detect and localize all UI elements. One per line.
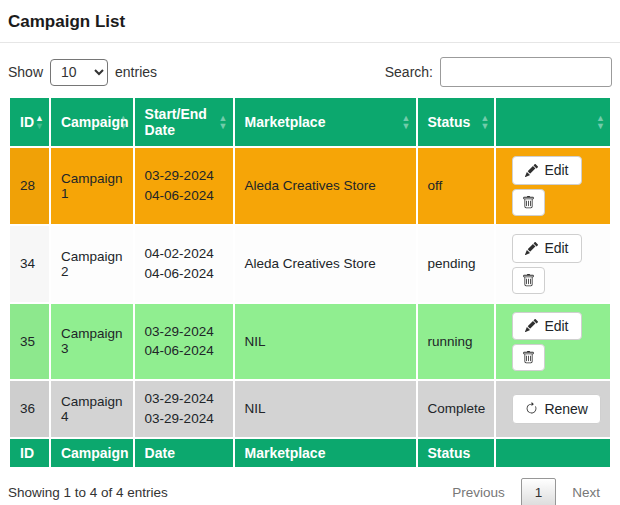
entries-label: entries	[115, 64, 157, 80]
table-row: 36 Campaign 4 03-29-2024 03-29-2024 NIL …	[9, 380, 611, 437]
page-number-button[interactable]: 1	[521, 478, 557, 505]
sort-arrows-icon: ▲▼	[480, 114, 489, 130]
cell-marketplace: NIL	[234, 380, 417, 437]
edit-button[interactable]: Edit	[512, 312, 581, 341]
pencil-icon	[525, 319, 538, 332]
search-label: Search:	[385, 64, 433, 80]
page-length-select[interactable]: 10	[50, 59, 108, 86]
table-footer-row: ID Campaign Date Marketplace Status	[9, 438, 611, 468]
cell-id: 36	[9, 380, 50, 437]
title-divider	[0, 42, 620, 43]
column-header-campaign[interactable]: Campaign ▲▼	[50, 97, 134, 147]
column-header-marketplace[interactable]: Marketplace ▲▼	[234, 97, 417, 147]
footer-header-status: Status	[417, 438, 496, 468]
trash-icon	[522, 351, 535, 364]
end-date: 04-06-2024	[145, 264, 223, 284]
cell-status: running	[417, 303, 496, 381]
cell-id: 34	[9, 225, 50, 303]
table-info-bar: Showing 1 to 4 of 4 entries Previous 1 N…	[8, 478, 612, 505]
cell-actions: Edit	[495, 303, 611, 381]
edit-button-label: Edit	[544, 240, 568, 257]
column-header-start-end-date[interactable]: Start/End Date ▲▼	[134, 97, 234, 147]
cell-marketplace: Aleda Creatives Store	[234, 225, 417, 303]
sort-arrows-icon: ▲▼	[119, 114, 128, 130]
end-date: 04-06-2024	[145, 341, 223, 361]
cell-campaign: Campaign 2	[50, 225, 134, 303]
start-date: 03-29-2024	[145, 389, 223, 409]
page-length-control: Show 10 entries	[8, 59, 157, 86]
cell-marketplace: Aleda Creatives Store	[234, 147, 417, 225]
sort-arrows-icon: ▲▼	[596, 114, 605, 130]
footer-header-marketplace: Marketplace	[234, 438, 417, 468]
column-header-status[interactable]: Status ▲▼	[417, 97, 496, 147]
delete-button[interactable]	[512, 344, 545, 371]
previous-page-button[interactable]: Previous	[440, 479, 517, 505]
entries-summary: Showing 1 to 4 of 4 entries	[8, 485, 168, 500]
refresh-icon	[525, 402, 538, 415]
trash-icon	[522, 196, 535, 209]
cell-date: 03-29-2024 04-06-2024	[134, 147, 234, 225]
cell-actions: Edit	[495, 225, 611, 303]
edit-button-label: Edit	[544, 318, 568, 335]
cell-date: 03-29-2024 04-06-2024	[134, 303, 234, 381]
edit-button[interactable]: Edit	[512, 234, 581, 263]
next-page-button[interactable]: Next	[560, 479, 612, 505]
campaign-list-panel: Campaign List Show 10 entries Search: ID…	[0, 0, 620, 505]
cell-id: 35	[9, 303, 50, 381]
pencil-icon	[525, 242, 538, 255]
sort-arrows-icon: ▲▼	[35, 114, 44, 130]
pencil-icon	[525, 164, 538, 177]
delete-button[interactable]	[512, 267, 545, 294]
table-row: 35 Campaign 3 03-29-2024 04-06-2024 NIL …	[9, 303, 611, 381]
start-date: 03-29-2024	[145, 322, 223, 342]
footer-header-id: ID	[9, 438, 50, 468]
table-controls: Show 10 entries Search:	[8, 57, 612, 87]
cell-status: pending	[417, 225, 496, 303]
sort-arrows-icon: ▲▼	[402, 114, 411, 130]
pagination: Previous 1 Next	[440, 478, 612, 505]
column-header-actions[interactable]: ▲▼	[495, 97, 611, 147]
cell-campaign: Campaign 1	[50, 147, 134, 225]
column-header-id[interactable]: ID ▲▼	[9, 97, 50, 147]
cell-status: off	[417, 147, 496, 225]
campaign-table: ID ▲▼ Campaign ▲▼ Start/End Date ▲▼ Mark…	[8, 96, 612, 469]
search-input[interactable]	[440, 57, 612, 87]
start-date: 03-29-2024	[145, 166, 223, 186]
show-label: Show	[8, 64, 43, 80]
table-row: 28 Campaign 1 03-29-2024 04-06-2024 Aled…	[9, 147, 611, 225]
renew-button[interactable]: Renew	[512, 394, 601, 425]
footer-header-date: Date	[134, 438, 234, 468]
edit-button-label: Edit	[544, 162, 568, 179]
edit-button[interactable]: Edit	[512, 156, 581, 185]
search-control: Search:	[385, 57, 612, 87]
cell-marketplace: NIL	[234, 303, 417, 381]
footer-header-actions	[495, 438, 611, 468]
cell-actions: Renew	[495, 380, 611, 437]
cell-date: 03-29-2024 03-29-2024	[134, 380, 234, 437]
cell-status: Complete	[417, 380, 496, 437]
end-date: 04-06-2024	[145, 186, 223, 206]
delete-button[interactable]	[512, 189, 545, 216]
table-header-row: ID ▲▼ Campaign ▲▼ Start/End Date ▲▼ Mark…	[9, 97, 611, 147]
trash-icon	[522, 274, 535, 287]
cell-date: 04-02-2024 04-06-2024	[134, 225, 234, 303]
footer-header-campaign: Campaign	[50, 438, 134, 468]
renew-button-label: Renew	[544, 401, 588, 418]
start-date: 04-02-2024	[145, 244, 223, 264]
table-row: 34 Campaign 2 04-02-2024 04-06-2024 Aled…	[9, 225, 611, 303]
cell-id: 28	[9, 147, 50, 225]
cell-campaign: Campaign 3	[50, 303, 134, 381]
sort-arrows-icon: ▲▼	[219, 114, 228, 130]
cell-actions: Edit	[495, 147, 611, 225]
page-title: Campaign List	[8, 8, 612, 42]
end-date: 03-29-2024	[145, 409, 223, 429]
cell-campaign: Campaign 4	[50, 380, 134, 437]
